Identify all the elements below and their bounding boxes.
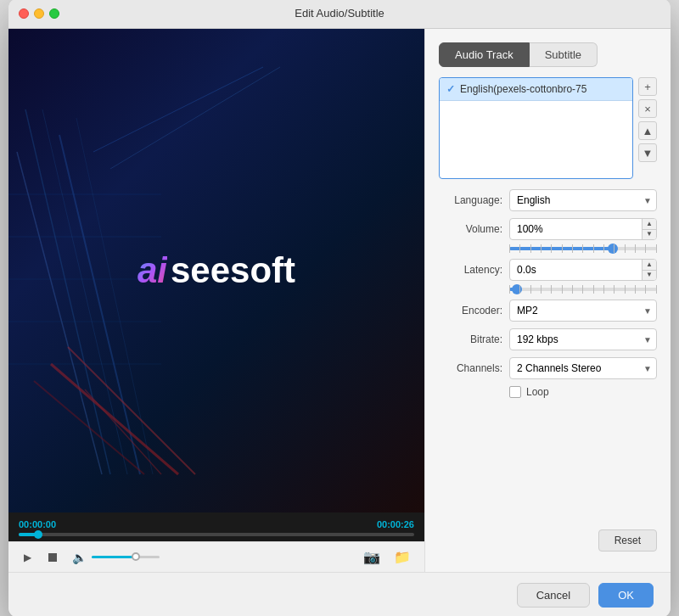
svg-line-14 [93,67,263,152]
svg-line-0 [25,109,110,474]
svg-line-12 [68,347,195,474]
cancel-button[interactable]: Cancel [517,583,590,608]
svg-line-4 [17,152,102,474]
volume-label: Volume: [439,223,502,235]
latency-spinner-btns: ▲ ▼ [642,260,656,280]
tab-audio-track[interactable]: Audio Track [439,42,530,67]
latency-slider-row [439,288,657,291]
reset-button[interactable]: Reset [598,529,657,552]
progress-bar-area: 00:00:00 00:00:26 [8,512,424,541]
encoder-label: Encoder: [439,305,502,316]
language-label: Language: [439,194,502,206]
volume-section: 🔈 [72,551,160,564]
volume-value: 100% [510,223,642,235]
encoder-select-wrapper: MP2 MP3 AAC AC3 ▼ [509,300,657,322]
time-row: 00:00:00 00:00:26 [19,519,414,529]
play-icon: ▶ [24,552,31,563]
latency-label: Latency: [439,264,502,276]
latency-increment-button[interactable]: ▲ [643,260,656,271]
volume-thumb [132,552,140,561]
time-start: 00:00:00 [19,519,56,529]
video-panel: aiseesoft 00:00:00 00:00:26 ▶ [8,29,424,572]
traffic-lights [19,8,59,19]
language-select-wrapper: English French German Spanish ▼ [509,189,657,211]
maximize-button[interactable] [49,8,59,19]
bottom-bar: Cancel OK [8,572,671,616]
main-content: aiseesoft 00:00:00 00:00:26 ▶ [8,29,671,572]
settings-panel: Audio Track Subtitle ✓ English(pexels-co… [424,29,671,572]
screenshot-button[interactable]: 📷 [363,549,380,565]
stop-icon [48,553,57,562]
channels-row: Channels: 1 Channel Mono 2 Channels Ster… [439,357,657,379]
svg-line-10 [51,364,178,474]
play-button[interactable]: ▶ [22,550,33,565]
track-actions: + × ▲ ▼ [638,77,657,179]
channels-label: Channels: [439,362,502,374]
video-area: aiseesoft [8,29,424,512]
track-list-area: ✓ English(pexels-cottonbro-75 + × ▲ ▼ [439,77,657,179]
bitrate-row: Bitrate: 128 kbps 192 kbps 256 kbps 320 … [439,328,657,350]
latency-value: 0.0s [510,264,642,276]
svg-line-15 [110,67,280,169]
bitrate-select-wrapper: 128 kbps 192 kbps 256 kbps 320 kbps ▼ [509,328,657,350]
track-up-button[interactable]: ▲ [638,121,657,140]
logo-ai-text: ai [137,250,167,291]
title-bar: Edit Audio/Subtitle [8,0,671,29]
progress-thumb [34,530,42,539]
volume-decrement-button[interactable]: ▼ [643,230,656,240]
loop-label: Loop [526,386,549,398]
latency-ticks [509,285,657,294]
controls-bar: ▶ 🔈 📷 📁 [8,541,424,572]
track-add-button[interactable]: + [638,77,657,96]
volume-spinner-btns: ▲ ▼ [642,219,656,239]
track-down-button[interactable]: ▼ [638,143,657,162]
tab-row: Audio Track Subtitle [439,42,657,67]
language-row: Language: English French German Spanish … [439,189,657,211]
track-item-label: English(pexels-cottonbro-75 [460,83,586,95]
tab-subtitle[interactable]: Subtitle [530,42,598,67]
logo-seesoft-text: seesoft [171,250,295,291]
language-select[interactable]: English French German Spanish [509,189,657,211]
track-list: ✓ English(pexels-cottonbro-75 [439,77,633,179]
channels-select[interactable]: 1 Channel Mono 2 Channels Stereo 5.1 Sur… [509,357,657,379]
channels-select-wrapper: 1 Channel Mono 2 Channels Stereo 5.1 Sur… [509,357,657,379]
volume-range-slider[interactable] [509,247,657,250]
minimize-button[interactable] [34,8,44,19]
close-button[interactable] [19,8,29,19]
volume-fill [92,556,136,558]
track-item[interactable]: ✓ English(pexels-cottonbro-75 [440,78,632,101]
volume-spinner: 100% ▲ ▼ [509,218,657,240]
ok-button[interactable]: OK [598,583,654,608]
main-window: Edit Audio/Subtitle [8,0,671,616]
track-remove-button[interactable]: × [638,99,657,118]
latency-decrement-button[interactable]: ▼ [643,271,656,281]
video-logo: aiseesoft [137,250,295,291]
time-end: 00:00:26 [377,519,414,529]
volume-slider-row [439,247,657,250]
latency-range-slider[interactable] [509,288,657,291]
folder-button[interactable]: 📁 [394,549,411,565]
bitrate-select[interactable]: 128 kbps 192 kbps 256 kbps 320 kbps [509,328,657,350]
bitrate-label: Bitrate: [439,333,502,345]
volume-icon: 🔈 [72,551,87,564]
window-title: Edit Audio/Subtitle [295,7,384,20]
encoder-select[interactable]: MP2 MP3 AAC AC3 [509,300,657,322]
stop-button[interactable] [47,552,59,563]
loop-row: Loop [439,386,657,398]
volume-increment-button[interactable]: ▲ [643,219,656,230]
volume-row: Volume: 100% ▲ ▼ [439,218,657,240]
latency-row: Latency: 0.0s ▲ ▼ [439,259,657,281]
track-check-icon: ✓ [446,83,455,95]
encoder-row: Encoder: MP2 MP3 AAC AC3 ▼ [439,300,657,322]
volume-ticks [509,244,657,253]
loop-checkbox[interactable] [509,386,521,398]
progress-track[interactable] [19,533,414,536]
screenshot-icon: 📷 [363,550,380,564]
latency-spinner: 0.0s ▲ ▼ [509,259,657,281]
volume-slider[interactable] [92,556,160,558]
folder-icon: 📁 [394,550,411,564]
